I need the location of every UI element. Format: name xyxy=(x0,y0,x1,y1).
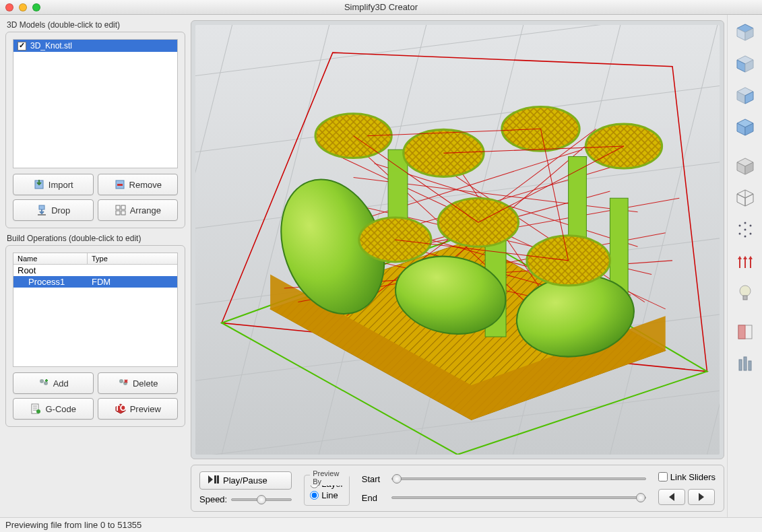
row-name: Root xyxy=(18,265,92,275)
preview-controls: Play/Pause Speed: Preview By Layer Line xyxy=(191,465,724,512)
speed-label: Speed: xyxy=(199,494,227,504)
normals-button[interactable] xyxy=(730,246,760,276)
row-name: Process1 xyxy=(18,277,92,287)
view-side-button[interactable] xyxy=(730,81,760,110)
step-forward-icon xyxy=(697,493,705,501)
view-iso-button[interactable] xyxy=(730,112,760,142)
remove-icon xyxy=(114,178,126,191)
preview-by-group: Preview By Layer Line xyxy=(304,475,350,506)
import-button[interactable]: Import xyxy=(13,174,94,195)
build-buttons: Add Delete G-Code xyxy=(13,372,178,420)
end-label: End xyxy=(362,493,385,503)
viewport-3d[interactable] xyxy=(191,20,724,459)
import-label: Import xyxy=(49,180,73,190)
gcode-button[interactable]: G-Code xyxy=(13,398,94,420)
points-view-button[interactable] xyxy=(730,215,760,244)
svg-point-11 xyxy=(119,379,123,383)
delete-label: Delete xyxy=(133,378,158,389)
build-ops-table[interactable]: Name Type Root Process1 FDM xyxy=(13,253,178,367)
play-pause-button[interactable]: Play/Pause xyxy=(199,471,292,490)
drop-button[interactable]: Drop xyxy=(13,199,94,221)
svg-marker-107 xyxy=(738,256,742,259)
solid-view-button[interactable] xyxy=(730,152,760,181)
window-title: Simplify3D Creator xyxy=(0,2,762,12)
view-front-button[interactable] xyxy=(730,49,760,79)
table-row[interactable]: Root xyxy=(13,265,177,276)
svg-marker-75 xyxy=(208,475,213,484)
titlebar: Simplify3D Creator xyxy=(0,0,762,15)
add-button[interactable]: Add xyxy=(13,372,94,394)
delete-button[interactable]: Delete xyxy=(98,372,179,394)
svg-point-102 xyxy=(738,233,740,235)
svg-point-112 xyxy=(740,286,751,296)
end-slider[interactable] xyxy=(391,492,646,504)
svg-rect-6 xyxy=(121,205,125,209)
arrange-button[interactable]: Arrange xyxy=(98,199,179,221)
svg-point-99 xyxy=(738,225,740,227)
supports-button[interactable] xyxy=(730,349,760,378)
remove-label: Remove xyxy=(129,180,162,190)
model-list[interactable]: 3D_Knot.stl xyxy=(13,39,178,168)
link-sliders-row[interactable]: Link Sliders xyxy=(658,472,716,482)
play-pause-icon xyxy=(208,475,219,486)
table-row[interactable]: Process1 FDM xyxy=(13,276,177,288)
col-name[interactable]: Name xyxy=(13,253,88,264)
model-visibility-checkbox[interactable] xyxy=(18,42,26,51)
svg-marker-79 xyxy=(699,493,704,501)
preview-button[interactable]: STOP Preview xyxy=(98,398,179,420)
start-slider[interactable] xyxy=(391,473,646,485)
svg-point-65 xyxy=(585,124,662,168)
link-sliders-checkbox[interactable] xyxy=(658,472,668,481)
build-ops-section: Build Operations (double-click to edit) … xyxy=(5,234,185,427)
speed-slider[interactable] xyxy=(231,494,292,506)
radio-line-row[interactable]: Line xyxy=(310,490,344,501)
app-body: 3D Models (double-click to edit) 3D_Knot… xyxy=(0,15,762,517)
models-panel-label: 3D Models (double-click to edit) xyxy=(7,20,185,30)
svg-point-62 xyxy=(315,114,391,158)
wireframe-view-button[interactable] xyxy=(730,183,760,213)
center-panel: Play/Pause Speed: Preview By Layer Line xyxy=(191,15,727,517)
col-type[interactable]: Type xyxy=(88,253,177,264)
models-groupbox: 3D_Knot.stl Import Remove xyxy=(5,32,185,228)
model-list-item[interactable]: 3D_Knot.stl xyxy=(13,40,177,52)
svg-rect-113 xyxy=(743,296,747,300)
build-panel-label: Build Operations (double-click to edit) xyxy=(7,234,185,243)
svg-point-17 xyxy=(36,409,40,413)
svg-marker-97 xyxy=(745,194,753,206)
step-back-button[interactable] xyxy=(658,489,685,505)
row-type: FDM xyxy=(92,277,110,287)
svg-marker-96 xyxy=(737,194,745,206)
arrange-label: Arrange xyxy=(130,205,161,215)
solid-cube-icon xyxy=(734,156,756,177)
cube-side-icon xyxy=(734,85,756,106)
remove-button[interactable]: Remove xyxy=(98,174,179,195)
lighting-button[interactable] xyxy=(730,278,760,308)
link-sliders-label: Link Sliders xyxy=(670,472,716,482)
preview-icon: STOP xyxy=(115,403,127,415)
drop-icon xyxy=(36,204,48,216)
step-back-icon xyxy=(668,493,676,501)
svg-rect-77 xyxy=(217,475,219,484)
view-top-button[interactable] xyxy=(730,18,760,47)
radio-line[interactable] xyxy=(310,491,319,500)
svg-marker-109 xyxy=(743,256,747,259)
radio-line-label: Line xyxy=(321,490,338,500)
svg-marker-78 xyxy=(669,493,674,501)
models-section: 3D Models (double-click to edit) 3D_Knot… xyxy=(5,20,185,228)
table-header: Name Type xyxy=(13,253,177,265)
play-pause-label: Play/Pause xyxy=(223,475,267,486)
model-name: 3D_Knot.stl xyxy=(30,41,72,51)
cube-front-icon xyxy=(734,53,756,75)
svg-point-9 xyxy=(40,379,44,383)
step-forward-button[interactable] xyxy=(688,489,715,505)
lightbulb-icon xyxy=(734,282,756,304)
add-label: Add xyxy=(53,378,69,389)
svg-rect-116 xyxy=(739,360,742,370)
svg-rect-7 xyxy=(116,211,120,215)
arrange-icon xyxy=(115,204,127,216)
preview-label: Preview xyxy=(130,404,161,414)
cross-section-button[interactable] xyxy=(730,317,760,347)
svg-point-100 xyxy=(744,222,746,224)
cube-top-icon xyxy=(734,22,756,43)
preview-by-title: Preview By xyxy=(310,469,349,486)
